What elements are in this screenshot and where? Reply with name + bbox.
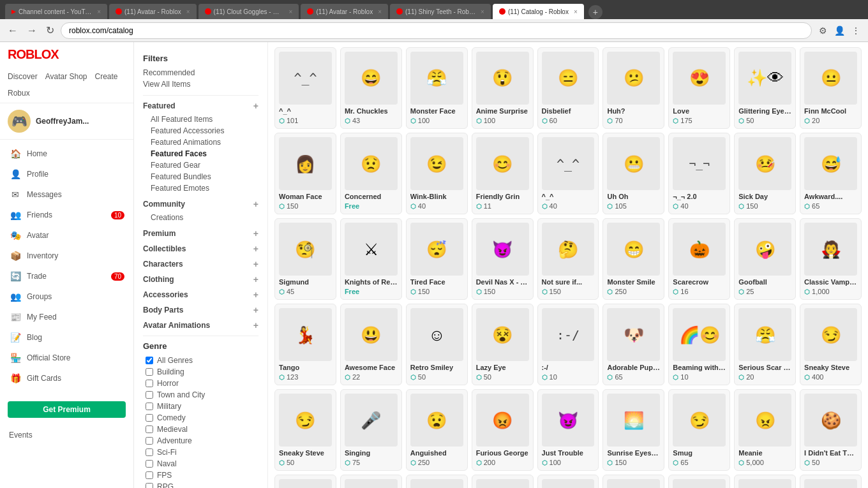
genre-naval[interactable]: Naval xyxy=(146,458,258,470)
genre-comedy[interactable]: Comedy xyxy=(146,412,258,424)
catalog-item[interactable]: D: D: ⬡50 xyxy=(406,475,468,488)
catalog-item[interactable]: 😤 Monster Face ⬡100 xyxy=(406,47,468,129)
catalog-item[interactable]: 🐕 The Big Dog ⬡150 xyxy=(668,475,730,488)
catalog-item[interactable]: ☺ Retro Smiley ⬡50 xyxy=(406,304,468,385)
browser-tab-6[interactable]: (11) Catalog - Roblox × xyxy=(493,4,584,19)
profile-icon[interactable]: 👤 xyxy=(832,24,846,38)
sidebar-item-profile[interactable]: 👤 Profile xyxy=(0,164,133,184)
catalog-item[interactable]: 😈 Just Trouble ⬡100 xyxy=(537,389,599,471)
catalog-item[interactable]: 🤔 Thinking ⬡20 xyxy=(274,475,336,488)
filter-view-all[interactable]: View All Items xyxy=(143,78,258,90)
browser-tab-4[interactable]: (11) Avatar - Roblox × xyxy=(301,4,388,19)
catalog-item[interactable]: 😏 Up To Something ⬡25 xyxy=(340,475,402,488)
sidebar-item-groups[interactable]: 👥 Groups xyxy=(0,286,133,307)
genre-rpg[interactable]: RPG xyxy=(146,481,258,488)
filter-all-featured[interactable]: All Featured Items xyxy=(146,114,258,125)
filter-featured-gear[interactable]: Featured Gear xyxy=(146,159,258,171)
sidebar-item-gift-cards[interactable]: 🎁 Gift Cards xyxy=(0,368,133,388)
nav-robux[interactable]: Robux xyxy=(8,89,30,98)
catalog-item[interactable]: 😄 Mr. Chuckles ⬡43 xyxy=(340,47,402,129)
catalog-item[interactable]: =) =) ⬡28 xyxy=(472,475,534,488)
new-tab-btn[interactable]: + xyxy=(588,5,602,19)
genre-military[interactable]: Military xyxy=(146,401,258,412)
catalog-item[interactable]: 🧛 Classic Vampire ⬡1,000 xyxy=(800,218,862,300)
catalog-item[interactable]: 😵 Lazy Eye ⬡50 xyxy=(472,304,534,385)
filter-featured-faces[interactable]: Featured Faces xyxy=(146,148,258,159)
nav-discover[interactable]: Discover xyxy=(8,72,38,81)
accessories-expand[interactable]: + xyxy=(253,290,258,300)
catalog-item[interactable]: 😁 Monster Smile ⬡250 xyxy=(602,218,664,300)
clothing-expand[interactable]: + xyxy=(253,274,258,285)
reload-btn[interactable]: ↻ xyxy=(43,23,57,38)
catalog-item[interactable]: 😲 Anime Surprise ⬡100 xyxy=(472,47,534,129)
catalog-item[interactable]: 😉 Wink-Blink ⬡40 xyxy=(406,133,468,214)
catalog-item[interactable]: 🎃 Scarecrow ⬡16 xyxy=(668,218,730,300)
browser-tab-2[interactable]: (11) Avatar - Roblox × xyxy=(109,4,197,19)
sidebar-item-trade[interactable]: 🔄 Trade 70 xyxy=(0,266,133,286)
catalog-item[interactable]: 😏 Sneaky Steve ⬡50 xyxy=(274,389,336,471)
catalog-item[interactable]: 😡 Furious George ⬡200 xyxy=(472,389,534,471)
catalog-item[interactable]: 😟 Concerned Free xyxy=(340,133,402,214)
filter-featured-emotes[interactable]: Featured Emotes xyxy=(146,182,258,194)
sidebar-item-friends[interactable]: 👥 Friends 10 xyxy=(0,205,133,225)
catalog-item[interactable]: ⚔ Knights of Redcliff: Paladin - Free xyxy=(340,218,402,300)
catalog-item[interactable]: 🤤 Drooling Noob ⬡150 xyxy=(537,475,599,488)
sidebar-item-home[interactable]: 🏠 Home xyxy=(0,144,133,164)
genre-medieval[interactable]: Medieval xyxy=(146,424,258,435)
catalog-item[interactable]: 🧐 Sigmund ⬡45 xyxy=(274,218,336,300)
nav-avatar-shop[interactable]: Avatar Shop xyxy=(45,72,87,81)
catalog-item[interactable]: 😤 Serious Scar Face ⬡20 xyxy=(734,304,796,385)
filter-featured-bundles[interactable]: Featured Bundles xyxy=(146,171,258,182)
catalog-item[interactable]: 😊 Friendly Grin ⬡11 xyxy=(472,133,534,214)
catalog-item[interactable]: 😑 Disbelief ⬡60 xyxy=(537,47,599,129)
address-bar[interactable] xyxy=(61,22,812,39)
catalog-item[interactable]: 😅 Awkward.... ⬡65 xyxy=(800,133,862,214)
sidebar-item-myfeed[interactable]: 📰 My Feed xyxy=(0,307,133,327)
catalog-item[interactable]: 🎤 Singing ⬡75 xyxy=(340,389,402,471)
catalog-item[interactable]: 🤪 Goofball ⬡25 xyxy=(734,218,796,300)
genre-building[interactable]: Building xyxy=(146,366,258,378)
filter-featured-accessories[interactable]: Featured Accessories xyxy=(146,125,258,137)
collectibles-expand[interactable]: + xyxy=(253,244,258,254)
catalog-item[interactable]: 😴 Tired Face ⬡150 xyxy=(406,218,468,300)
genre-sci-fi[interactable]: Sci-Fi xyxy=(146,447,258,458)
premium-button[interactable]: Get Premium xyxy=(8,401,126,418)
catalog-item[interactable]: 😈 Devil Nas X - Lil Nas X (LNX) ⬡150 xyxy=(472,218,534,300)
browser-tab-1[interactable]: ▶ Channel content - YouTube × xyxy=(5,4,107,19)
catalog-item[interactable]: 🤨 Hmmm... ⬡333 xyxy=(734,475,796,488)
catalog-item[interactable]: 🙄 Awkward Eyeroll ⬡125 xyxy=(602,475,664,488)
catalog-item[interactable]: :-/ :-/ ⬡10 xyxy=(537,304,599,385)
catalog-item[interactable]: 😏 Sneaky Steve ⬡400 xyxy=(800,304,862,385)
sidebar-item-events[interactable]: Events xyxy=(0,427,133,443)
sidebar-item-blog[interactable]: 📝 Blog xyxy=(0,327,133,348)
catalog-item[interactable]: ^_^ ^_^ ⬡40 xyxy=(537,133,599,214)
genre-fps[interactable]: FPS xyxy=(146,470,258,481)
filter-creations[interactable]: Creations xyxy=(146,212,258,223)
genre-horror[interactable]: Horror xyxy=(146,378,258,389)
genre-adventure[interactable]: Adventure xyxy=(146,435,258,447)
catalog-item[interactable]: ✨👁 Glittering Eye - Zara Larsson ⬡50 xyxy=(734,47,796,129)
browser-tab-5[interactable]: (11) Shiny Teeth - Roblox × xyxy=(390,4,491,19)
filter-featured-animations[interactable]: Featured Animations xyxy=(146,137,258,148)
back-btn[interactable]: ← xyxy=(5,24,20,38)
catalog-item[interactable]: 😍 Love ⬡175 xyxy=(668,47,730,129)
catalog-item[interactable]: 😠 Meanie ⬡5,000 xyxy=(734,389,796,471)
catalog-item[interactable]: 😃 Awesome Face ⬡22 xyxy=(340,304,402,385)
catalog-item[interactable]: 😏 Smug ⬡65 xyxy=(668,389,730,471)
sidebar-item-messages[interactable]: ✉ Messages xyxy=(0,184,133,205)
catalog-item[interactable]: ¬_¬ ¬_¬ 2.0 ⬡40 xyxy=(668,133,730,214)
community-expand[interactable]: + xyxy=(253,199,258,209)
catalog-item[interactable]: 😐 Finn McCool ⬡20 xyxy=(800,47,862,129)
sidebar-item-avatar[interactable]: 🎭 Avatar xyxy=(0,225,133,246)
sidebar-item-official-store[interactable]: 🏪 Official Store xyxy=(0,348,133,368)
catalog-item[interactable]: 😧 Anguished ⬡250 xyxy=(406,389,468,471)
catalog-item[interactable]: 👩 Woman Face ⬡150 xyxy=(274,133,336,214)
catalog-item[interactable]: ;( Semi Colon Open Paren ⬡23 xyxy=(800,475,862,488)
catalog-item[interactable]: 😬 Uh Oh ⬡105 xyxy=(602,133,664,214)
genre-town-city[interactable]: Town and City xyxy=(146,389,258,401)
more-icon[interactable]: ⋮ xyxy=(849,24,863,38)
catalog-item[interactable]: 🤔 Not sure if... ⬡150 xyxy=(537,218,599,300)
nav-create[interactable]: Create xyxy=(95,72,118,81)
catalog-item[interactable]: 🍪 I Didn't Eat That Cookie ⬡50 xyxy=(800,389,862,471)
filter-recommended[interactable]: Recommended xyxy=(143,67,258,78)
